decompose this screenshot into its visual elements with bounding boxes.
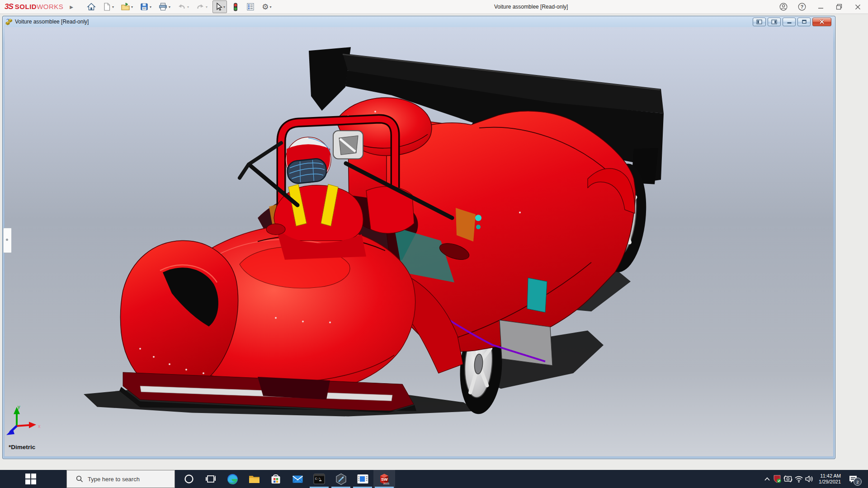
undo-icon: [177, 2, 186, 11]
view-orientation-label: *Dimetric: [9, 444, 35, 450]
tray-connected-display[interactable]: [782, 470, 793, 488]
options-button[interactable]: ⚙ ▾: [260, 0, 273, 13]
app-window-controls: ?: [779, 0, 862, 14]
minimize-icon: [818, 4, 824, 10]
select-tool-button[interactable]: ▾: [212, 0, 227, 13]
graphics-viewport[interactable]: y x *Dimetric: [5, 27, 833, 456]
save-icon: [140, 2, 149, 11]
windows-taskbar: C:\ SW 2021: [0, 470, 868, 488]
display-settings-button[interactable]: [244, 0, 257, 13]
select-cursor-icon: [214, 2, 222, 11]
chevron-up-icon: [764, 477, 770, 481]
new-document-icon: [103, 2, 111, 11]
dropdown-caret: ▾: [187, 5, 189, 9]
solidworks-monitor-icon: [773, 474, 782, 483]
doc-restore-button[interactable]: [797, 18, 811, 26]
rebuild-traffic-light-icon: [232, 2, 239, 12]
options-gear-icon: ⚙: [262, 3, 269, 11]
taskbar-app-hex-tool[interactable]: [330, 470, 352, 488]
search-icon: [76, 475, 83, 483]
svg-text:?: ?: [801, 4, 803, 9]
toolbar-flyout-arrow[interactable]: ▶: [70, 5, 73, 9]
taskbar-app-store[interactable]: [265, 470, 287, 488]
help-icon: ?: [798, 3, 806, 11]
doc-minimize-button[interactable]: [783, 18, 796, 26]
redo-icon: [196, 2, 205, 11]
solidworks-2021-icon: SW 2021: [377, 472, 391, 486]
tray-solidworks-monitor[interactable]: [771, 470, 783, 488]
assembly-icon: [5, 18, 13, 25]
dassault-mark: 3S: [5, 2, 13, 11]
main-toolbar: ▾ ▾ ▾ ▾ ▾ ▾ ▾: [85, 0, 273, 13]
pane-left-icon: [756, 19, 762, 24]
open-icon: [121, 2, 130, 11]
restore-button[interactable]: [835, 3, 843, 11]
taskbar-app-mail[interactable]: [287, 470, 308, 488]
notification-badge: 2: [854, 478, 862, 486]
print-button[interactable]: ▾: [156, 0, 172, 13]
document-title: Voiture assomblee [Read-only]: [15, 19, 89, 25]
undo-button[interactable]: ▾: [175, 0, 191, 13]
command-prompt-icon: C:\: [313, 474, 325, 484]
app-title: Voiture assomblee [Read-only]: [494, 0, 568, 14]
taskbar-app-edge[interactable]: [222, 470, 243, 488]
start-button[interactable]: [18, 470, 43, 488]
search-input[interactable]: [87, 475, 170, 483]
action-center-button[interactable]: 2: [843, 470, 863, 488]
dropdown-caret: ▾: [206, 5, 208, 9]
taskbar-app-media[interactable]: [352, 470, 373, 488]
tray-date: 1/29/2021: [819, 479, 841, 485]
taskbar-app-file-explorer[interactable]: [243, 470, 265, 488]
svg-text:y: y: [18, 404, 20, 409]
svg-text:2021: 2021: [383, 482, 390, 485]
toggle-left-pane-button[interactable]: [753, 18, 766, 26]
svg-text:SW: SW: [381, 477, 388, 482]
display-settings-icon: [246, 2, 255, 11]
minimize-button[interactable]: [816, 3, 825, 11]
splitter-grip-icon: [6, 239, 8, 241]
tray-clock[interactable]: 11:42 AM 1/29/2021: [813, 470, 841, 488]
close-button[interactable]: [854, 3, 862, 11]
dropdown-caret[interactable]: ▾: [150, 5, 151, 9]
save-button[interactable]: ▾: [138, 0, 153, 13]
account-button[interactable]: [779, 3, 788, 11]
edge-icon: [226, 473, 239, 485]
doc-minimize-icon: [787, 19, 792, 24]
pane-right-icon: [771, 19, 777, 24]
task-view-button[interactable]: [200, 470, 222, 488]
file-explorer-icon: [248, 473, 260, 485]
featuremanager-splitter-tab[interactable]: [3, 228, 12, 253]
help-button[interactable]: ?: [798, 3, 806, 11]
open-button[interactable]: ▾: [119, 0, 135, 13]
media-app-icon: [357, 474, 369, 484]
cortana-icon: [184, 474, 194, 484]
close-icon: [855, 4, 861, 10]
helmet-visor: [287, 158, 328, 184]
redo-button[interactable]: ▾: [194, 0, 209, 13]
microsoft-store-icon: [270, 473, 282, 485]
rebuild-button[interactable]: [230, 0, 241, 13]
cortana-button[interactable]: [178, 470, 200, 488]
taskbar-search[interactable]: [66, 470, 175, 488]
tray-time: 11:42 AM: [820, 473, 841, 479]
dropdown-caret[interactable]: ▾: [131, 5, 133, 9]
app-titlebar: 3S SOLIDWORKS ▶ ▾ ▾ ▾ ▾ ▾ ▾: [0, 0, 868, 14]
svg-text:C:\: C:\: [315, 477, 321, 481]
print-icon: [158, 2, 168, 11]
taskbar-app-solidworks[interactable]: SW 2021: [373, 470, 395, 488]
windows-logo-icon: [25, 473, 37, 485]
new-document-button[interactable]: ▾: [101, 0, 116, 13]
document-window-controls: [753, 18, 832, 26]
dropdown-caret[interactable]: ▾: [269, 5, 271, 9]
dropdown-caret[interactable]: ▾: [112, 5, 114, 9]
toggle-right-pane-button[interactable]: [768, 18, 781, 26]
taskbar-app-command-prompt[interactable]: C:\: [308, 470, 330, 488]
dropdown-caret[interactable]: ▾: [169, 5, 170, 9]
wifi-icon: [794, 475, 803, 483]
home-button[interactable]: [85, 0, 98, 13]
doc-restore-icon: [802, 19, 807, 24]
document-titlebar[interactable]: Voiture assomblee [Read-only]: [3, 16, 835, 27]
doc-close-button[interactable]: [812, 18, 831, 26]
dropdown-caret[interactable]: ▾: [223, 5, 225, 9]
tray-wifi[interactable]: [793, 470, 804, 488]
